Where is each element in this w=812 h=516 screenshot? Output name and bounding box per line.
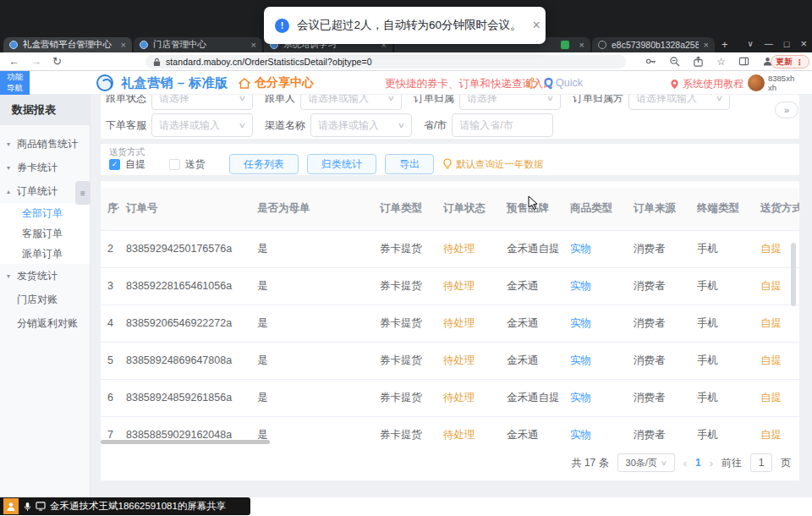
table-row[interactable]: 5 83858924869647808a 是 券卡提货 待处理 金禾通 实物 消… [101,342,799,379]
cell-index: 2 [101,230,119,267]
user-avatar[interactable] [748,74,765,91]
goto-page-input[interactable] [750,453,772,472]
page-size-select[interactable]: 30条/页 ∨ [617,453,675,472]
window-minimize-icon[interactable]: — [765,39,773,48]
table-row[interactable]: 6 83858924859261856a 是 券卡提货 待处理 金禾通自提 实物… [101,379,799,416]
sidebar-collapse-handle[interactable]: ≡ [75,181,91,205]
chevron-down-icon: ∨ [398,121,405,129]
table-row[interactable]: 7 83858859029162048a 是 券卡提货 待处理 金禾通 实物 消… [101,416,799,442]
banner-close-icon[interactable]: × [533,18,540,33]
chevron-down-icon: ∨ [239,121,246,129]
bookmark-star-icon[interactable]: ☆ [716,57,726,67]
key-icon[interactable] [645,56,656,67]
update-label: 更新 [776,57,793,68]
browser-update-button[interactable]: 更新 ⋮ [771,55,810,69]
vertical-scrollbar-thumb[interactable] [791,243,796,306]
tab-favicon [561,41,569,49]
cell-order-source: 消费者 [627,305,690,342]
quick-label[interactable]: Quick [556,77,583,89]
cell-index: 7 [101,416,119,442]
sidebar-item-rebate-reconciliation[interactable]: 分销返利对账 [0,311,90,335]
thumb-up-icon [526,77,537,91]
system-tutorial-link[interactable]: 系统使用教程 [670,77,743,91]
cell-terminal-type: 手机 [690,342,754,379]
cell-order-status: 待处理 [436,379,500,416]
sidebar-item-shipping-stats[interactable]: ▾ 发货统计 [0,264,90,288]
quick-q-icon[interactable]: Q [544,75,553,89]
share-icon[interactable] [693,56,704,67]
zoom-out-icon[interactable] [669,56,680,67]
sidebar-item-service-orders[interactable]: 客服订单 [0,223,90,244]
category-stats-button[interactable]: 归类统计 [307,154,376,174]
side-panel-icon[interactable] [738,56,749,67]
cell-goods-type-link[interactable]: 实物 [563,416,627,442]
export-button[interactable]: 导出 [385,154,434,174]
filter-card: 跟单状态 请选择 ∨ 跟单人 请选择或输入 ∨ 订单归属 请选择 ∨ 订单归属方… [101,95,799,139]
sidebar-item-all-orders[interactable]: 全部订单 [0,203,90,223]
nav-label-line2: 导航 [0,83,30,94]
sidebar-item-store-reconciliation[interactable]: 门店对账 [0,288,90,311]
window-menu-icon[interactable]: ∨ [747,39,753,48]
table-row[interactable]: 4 83859206546922272a 是 券卡提货 待处理 金禾通 实物 消… [101,305,799,342]
cell-goods-type-link[interactable]: 实物 [563,230,627,267]
province-city-input[interactable]: 请输入省/市 [452,113,553,137]
cell-goods-type-link[interactable]: 实物 [563,267,627,305]
channel-name-select[interactable]: 请选择或输入 ∨ [310,113,412,137]
tab-title: 门店管理中心 [153,39,246,51]
cell-goods-type-link[interactable]: 实物 [563,342,627,379]
tab-close-icon[interactable]: × [251,40,256,50]
browser-tab-1[interactable]: 礼盒营销平台管理中心 × [3,37,132,52]
col-order-number: 订单号 [119,188,250,230]
order-ownership-select[interactable]: 请选择 ∨ [459,95,561,110]
cell-presale-brand: 金禾通 [500,416,563,442]
delivery-checkbox[interactable] [169,159,180,170]
page-unit-label: 页 [781,456,791,470]
tab-close-icon[interactable]: × [704,40,709,50]
page-size-value: 30条/页 [626,457,657,469]
cell-order-type: 券卡提货 [373,342,436,379]
order-service-select[interactable]: 请选择或输入 ∨ [151,113,253,137]
window-maximize-icon[interactable]: □ [784,39,790,49]
followup-status-select[interactable]: 请选择 ∨ [151,95,253,110]
warehouse-share-center-link[interactable]: 仓分享中心 [239,75,314,91]
followup-person-select[interactable]: 请选择或输入 ∨ [300,95,402,110]
next-page-icon[interactable]: › [710,457,713,469]
function-nav-button[interactable]: 功能 导航 [0,71,30,95]
browser-tab-2[interactable]: 门店管理中心 × [134,37,262,52]
horizontal-scrollbar-thumb[interactable] [101,440,270,444]
chevron-down-icon: ∨ [716,95,723,102]
col-is-parent: 是否为母单 [250,188,373,230]
caret-up-icon: ▴ [7,188,10,195]
task-list-button[interactable]: 任务列表 [229,154,299,174]
current-page[interactable]: 1 [695,457,701,469]
cell-goods-type-link[interactable]: 实物 [563,305,627,342]
tab-close-icon[interactable]: × [579,40,584,50]
forward-icon[interactable]: → [30,55,41,69]
back-icon[interactable]: ← [8,55,19,69]
sidebar-item-coupon-stats[interactable]: ▾ 券卡统计 [0,156,90,179]
sidebar-item-label: 发货统计 [17,269,58,283]
table-header-row: 序号 订单号 是否为母单 订单类型 订单状态 预售品牌 商品类型 订单来源 终端… [101,188,799,230]
placeholder-text: 请选择或输入 [636,95,697,106]
prev-page-icon[interactable]: ‹ [683,457,687,469]
table-row[interactable]: 2 83859294250176576a 是 券卡提货 待处理 金禾通自提 实物… [101,230,799,267]
tab-close-icon[interactable]: × [121,40,126,50]
table-viewport: 序号 订单号 是否为母单 订单类型 订单状态 预售品牌 商品类型 订单来源 终端… [101,188,799,442]
table-row[interactable]: 3 83859228165461056a 是 券卡提货 待处理 金禾通 实物 消… [101,267,799,305]
new-tab-button[interactable]: + [721,38,728,52]
window-close-icon[interactable]: × [800,37,807,50]
sidebar-item-product-sales[interactable]: ▾ 商品销售统计 [0,132,90,156]
reload-icon[interactable]: ↻ [52,55,62,69]
self-pickup-checkbox[interactable]: ✓ [109,159,120,170]
user-name-main: 8385xh [768,74,794,83]
order-ownership-party-select[interactable]: 请选择或输入 ∨ [628,95,730,110]
url-text: standard.maboy.cn/OrderStatisticsDetail?… [166,57,372,67]
address-bar[interactable]: standard.maboy.cn/OrderStatisticsDetail?… [145,55,626,69]
bulb-icon [442,158,453,170]
cell-is-parent: 是 [250,416,373,442]
cell-goods-type-link[interactable]: 实物 [563,379,627,416]
placeholder-text: 请选择 [467,95,497,106]
filters-collapse-button[interactable]: » [775,102,798,118]
browser-tab-5[interactable]: e8c573980b1328a258fd2e6 × [592,37,715,52]
sidebar-item-dispatch-orders[interactable]: 派单订单 [0,244,90,264]
